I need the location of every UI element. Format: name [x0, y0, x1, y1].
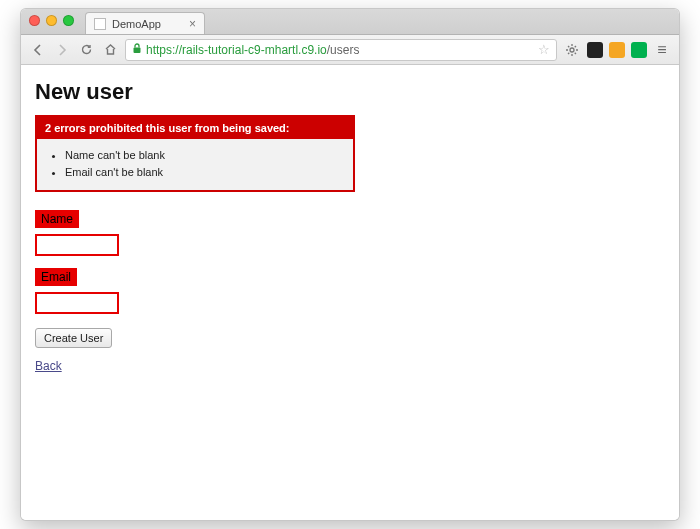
field-email: Email	[35, 266, 665, 314]
email-label: Email	[35, 268, 77, 286]
email-input[interactable]	[35, 292, 119, 314]
svg-rect-0	[134, 48, 141, 54]
zoom-window-button[interactable]	[63, 15, 74, 26]
name-input[interactable]	[35, 234, 119, 256]
reload-button[interactable]	[77, 41, 95, 59]
window-controls	[29, 15, 74, 26]
error-explanation: 2 errors prohibited this user from being…	[35, 115, 355, 192]
page-title: New user	[35, 79, 665, 105]
tab-favicon-icon	[94, 18, 106, 30]
chrome-menu-icon[interactable]: ≡	[653, 41, 671, 59]
error-item: Email can't be blank	[65, 164, 347, 181]
tab-strip: DemoApp ×	[21, 9, 679, 35]
tab-close-icon[interactable]: ×	[189, 18, 196, 30]
back-link[interactable]: Back	[35, 359, 62, 373]
tab-title: DemoApp	[112, 18, 161, 30]
extension-icon-3[interactable]	[631, 42, 647, 58]
error-item: Name can't be blank	[65, 147, 347, 164]
lock-icon	[132, 43, 142, 56]
bookmark-star-icon[interactable]: ☆	[538, 42, 550, 57]
settings-gear-icon[interactable]	[563, 41, 581, 59]
minimize-window-button[interactable]	[46, 15, 57, 26]
browser-tab[interactable]: DemoApp ×	[85, 12, 205, 34]
address-bar[interactable]: https:// rails-tutorial-c9-mhartl.c9.io …	[125, 39, 557, 61]
back-button[interactable]	[29, 41, 47, 59]
home-button[interactable]	[101, 41, 119, 59]
page-viewport: New user 2 errors prohibited this user f…	[21, 65, 679, 520]
svg-point-1	[570, 48, 574, 52]
forward-button[interactable]	[53, 41, 71, 59]
error-header: 2 errors prohibited this user from being…	[37, 117, 353, 139]
url-host: rails-tutorial-c9-mhartl.c9.io	[182, 43, 327, 57]
browser-window: DemoApp × https:// rails-tutorial-c9-mha…	[20, 8, 680, 521]
create-user-button[interactable]: Create User	[35, 328, 112, 348]
field-name: Name	[35, 208, 665, 256]
page-content: New user 2 errors prohibited this user f…	[21, 65, 679, 383]
url-path: /users	[327, 43, 360, 57]
close-window-button[interactable]	[29, 15, 40, 26]
extension-icon-2[interactable]	[609, 42, 625, 58]
error-list: Name can't be blank Email can't be blank	[65, 147, 347, 180]
name-label: Name	[35, 210, 79, 228]
url-protocol: https://	[146, 43, 182, 57]
browser-toolbar: https:// rails-tutorial-c9-mhartl.c9.io …	[21, 35, 679, 65]
extension-icon-1[interactable]	[587, 42, 603, 58]
